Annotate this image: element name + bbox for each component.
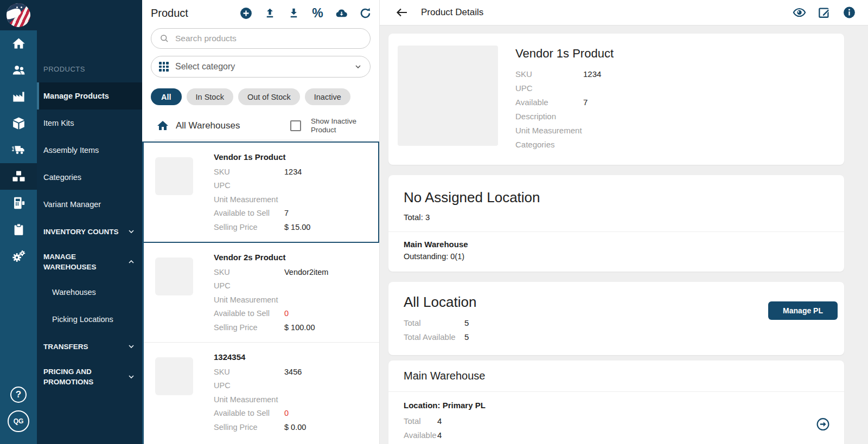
cloud-download-button[interactable]	[335, 7, 348, 20]
rail-settings-button[interactable]	[0, 243, 37, 269]
product-details-panel: Product Details Vendor 1s Product SKU123…	[380, 0, 868, 444]
filter-chip-in-stock[interactable]: In Stock	[187, 88, 233, 105]
product-list-panel: Product % Select cat	[142, 0, 380, 444]
discount-button[interactable]: %	[311, 7, 324, 20]
all-location-available: 5	[464, 330, 469, 344]
percent-icon: %	[312, 7, 323, 20]
picking-location-row: Location: Primary PL Total4 Available4	[388, 392, 844, 444]
product-list-item-vendor-2s[interactable]: Vendor 2s Product SKUVendor2item UPC Uni…	[144, 243, 379, 343]
menu-item-picking-locations[interactable]: Picking Locations	[37, 306, 142, 333]
menu-group-manage-warehouses[interactable]: MANAGE WAREHOUSES	[37, 245, 142, 279]
people-icon	[11, 63, 26, 78]
product-name: 1324354	[214, 351, 372, 363]
search-icon	[159, 33, 170, 44]
refresh-icon	[359, 7, 372, 20]
rail-orders-button[interactable]	[0, 110, 37, 137]
menu-section-products: PRODUCTS	[37, 63, 142, 75]
stock-filter-chips: All In Stock Out of Stock Inactive	[151, 88, 371, 105]
filter-chip-out-of-stock[interactable]: Out of Stock	[238, 88, 300, 105]
show-inactive-checkbox[interactable]	[290, 120, 301, 131]
factory-icon	[11, 89, 26, 104]
home-icon	[156, 119, 169, 132]
rail-inventory-button[interactable]	[0, 216, 37, 243]
category-select[interactable]: Select category	[151, 56, 371, 78]
all-location-card: All Location Total5 Total Available5 Man…	[388, 282, 844, 355]
filter-chip-inactive[interactable]: Inactive	[305, 88, 350, 105]
search-bar	[151, 28, 371, 49]
menu-group-transfers[interactable]: TRANSFERS	[37, 333, 142, 360]
menu-group-pricing-promotions[interactable]: PRICING AND PROMOTIONS	[37, 360, 142, 394]
product-title: Vendor 1s Product	[515, 47, 614, 61]
available-value: 0	[284, 307, 289, 320]
rail-reports-button[interactable]	[0, 83, 37, 110]
back-button[interactable]	[395, 5, 409, 20]
details-actions	[793, 6, 856, 20]
home-icon	[11, 36, 26, 51]
open-location-button[interactable]	[816, 417, 830, 431]
info-button[interactable]	[843, 6, 856, 20]
product-name: Vendor 2s Product	[214, 252, 372, 263]
info-icon	[843, 5, 856, 20]
chevron-down-icon	[127, 372, 136, 381]
cloud-download-icon	[335, 7, 348, 20]
details-header: Product Details	[380, 0, 868, 25]
chevron-down-icon	[127, 227, 136, 236]
rail-pos-button[interactable]	[0, 190, 37, 216]
menu-item-categories[interactable]: Categories	[37, 164, 142, 191]
menu-item-manage-products[interactable]: Manage Products	[37, 82, 142, 110]
location-available: 4	[437, 428, 442, 442]
available-value: 7	[284, 207, 289, 220]
help-icon: ?	[16, 389, 21, 400]
plus-circle-icon	[239, 7, 253, 20]
no-assigned-total: Total: 3	[404, 213, 829, 222]
view-button[interactable]	[793, 6, 806, 20]
chevron-up-icon	[127, 258, 136, 266]
add-product-button[interactable]	[239, 7, 253, 20]
clipboard-icon	[11, 222, 26, 237]
product-list-item-1324354[interactable]: 1324354 SKU3456 UPC Unit Measurement Ava…	[144, 343, 379, 442]
rail-customers-button[interactable]	[0, 57, 37, 83]
import-button[interactable]	[263, 7, 277, 20]
divider	[155, 140, 333, 140]
product-boxes-icon	[11, 169, 26, 184]
main-warehouse-title: Main Warehouse	[388, 361, 844, 391]
download-icon	[287, 7, 301, 20]
menu-item-variant-manager[interactable]: Variant Manager	[37, 191, 142, 218]
product-thumbnail	[155, 357, 193, 395]
manage-pl-button[interactable]: Manage PL	[768, 301, 838, 320]
category-select-value: Select category	[175, 62, 354, 72]
detail-sku: 1234	[583, 67, 601, 81]
user-avatar[interactable]: QG	[8, 410, 29, 432]
package-icon	[11, 116, 26, 131]
us-eagle-logo-icon	[7, 3, 30, 27]
refresh-button[interactable]	[359, 7, 372, 20]
menu-group-inventory-counts[interactable]: INVENTORY COUNTS	[37, 218, 142, 245]
edit-pencil-icon	[818, 5, 831, 20]
menu-item-assembly-items[interactable]: Assembly Items	[37, 137, 142, 164]
app-logo	[0, 0, 37, 30]
show-inactive-label: Show Inactive Product	[311, 117, 371, 134]
product-list: Vendor 1s Product SKU1234 UPC Unit Measu…	[142, 141, 379, 444]
settings-gears-icon	[11, 249, 26, 263]
search-input[interactable]	[175, 34, 362, 43]
product-list-item-vendor-1s[interactable]: Vendor 1s Product SKU1234 UPC Unit Measu…	[144, 143, 379, 243]
rail-home-button[interactable]	[0, 30, 37, 57]
edit-button[interactable]	[818, 6, 831, 20]
filter-chip-all[interactable]: All	[151, 88, 182, 105]
details-title: Product Details	[421, 7, 793, 18]
sku-value: 3456	[284, 365, 302, 379]
product-image-placeholder	[398, 46, 498, 146]
product-summary-card: Vendor 1s Product SKU1234 UPC Available7…	[388, 34, 844, 165]
warehouse-selector[interactable]: All Warehouses	[176, 120, 290, 131]
menu-item-item-kits[interactable]: Item Kits	[37, 110, 142, 137]
main-warehouse-card: Main Warehouse Location: Primary PL Tota…	[388, 361, 844, 444]
export-button[interactable]	[287, 7, 301, 20]
chevron-down-icon	[127, 342, 136, 351]
rail-products-button[interactable]	[0, 163, 37, 190]
detail-available: 7	[583, 95, 588, 110]
menu-item-warehouses[interactable]: Warehouses	[37, 279, 142, 306]
rail-shipping-button[interactable]	[0, 137, 37, 163]
chevron-down-icon	[354, 62, 362, 71]
help-button[interactable]: ?	[10, 387, 27, 403]
panel-title: Product	[151, 7, 239, 20]
